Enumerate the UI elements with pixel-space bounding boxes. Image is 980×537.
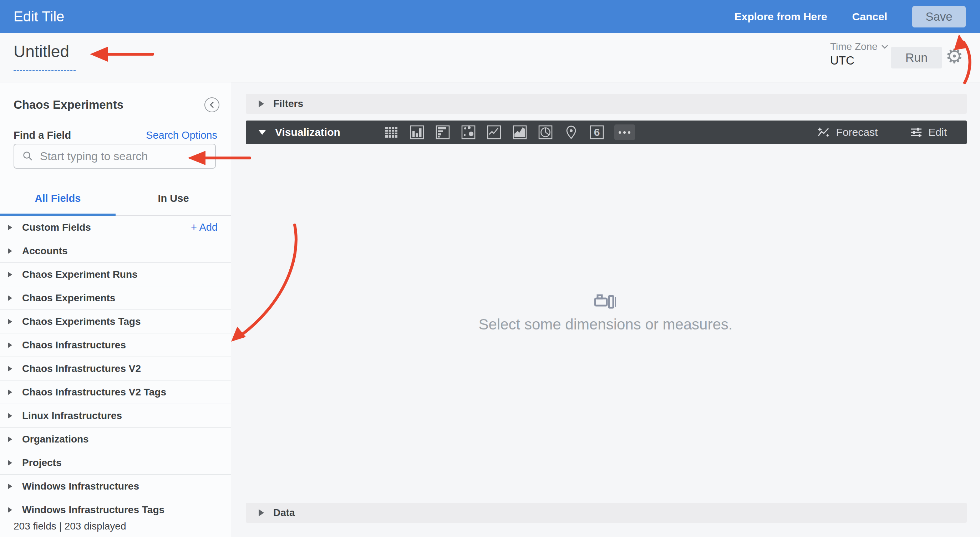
- list-item[interactable]: Chaos Infrastructures V2 Tags: [0, 380, 231, 404]
- list-item[interactable]: Chaos Infrastructures V2: [0, 357, 231, 380]
- line-chart-icon[interactable]: [486, 124, 502, 140]
- single-value-icon[interactable]: 6: [589, 124, 605, 140]
- save-button[interactable]: Save: [912, 6, 966, 27]
- field-tabs: All Fields In Use: [0, 181, 231, 216]
- list-item[interactable]: Organizations: [0, 427, 231, 451]
- expand-caret-icon: [8, 483, 12, 489]
- filters-section-toggle[interactable]: Filters: [246, 94, 967, 114]
- list-item[interactable]: Projects: [0, 451, 231, 475]
- collapse-caret-icon: [259, 130, 266, 135]
- forecast-sparkle-icon: [817, 127, 830, 138]
- map-icon[interactable]: [563, 124, 579, 140]
- list-item-custom-fields[interactable]: Custom Fields + Add: [0, 216, 231, 239]
- column-chart-icon[interactable]: [409, 124, 425, 140]
- viz-bar-actions: Forecast Edit: [817, 126, 947, 138]
- expand-caret-icon: [8, 437, 12, 442]
- bar-chart-icon[interactable]: [434, 124, 451, 140]
- expand-caret-icon: [8, 460, 12, 466]
- field-group-list: Custom Fields + Add Accounts Chaos Exper…: [0, 216, 231, 515]
- empty-state-message: Select some dimensions or measures.: [479, 316, 733, 333]
- expand-caret-icon: [8, 389, 12, 395]
- tile-header: Untitled Time Zone UTC Run ⚙: [0, 33, 980, 83]
- chevron-left-icon: [208, 100, 215, 109]
- list-item[interactable]: Chaos Infrastructures: [0, 334, 231, 357]
- time-zone-value: UTC: [830, 54, 888, 67]
- list-item[interactable]: Linux Infrastructures: [0, 404, 231, 427]
- pie-chart-icon[interactable]: [537, 124, 554, 140]
- search-icon: [22, 151, 33, 162]
- scatter-icon[interactable]: [460, 124, 477, 140]
- expand-caret-icon: [259, 509, 264, 516]
- viz-empty-state: Select some dimensions or measures.: [231, 292, 980, 333]
- expand-caret-icon: [8, 225, 12, 230]
- add-custom-field-button[interactable]: + Add: [191, 221, 218, 233]
- top-bar-actions: Explore from Here Cancel Save: [735, 6, 966, 27]
- time-zone-label: Time Zone: [830, 41, 878, 52]
- time-zone-selector[interactable]: Time Zone UTC: [830, 41, 888, 67]
- list-item[interactable]: Accounts: [0, 239, 231, 263]
- list-item[interactable]: Chaos Experiments Tags: [0, 310, 231, 334]
- list-item[interactable]: Windows Infrastructures Tags: [0, 498, 231, 515]
- gear-icon[interactable]: ⚙: [945, 44, 963, 69]
- visualization-bar: Visualization: [246, 121, 967, 144]
- visualization-section-toggle[interactable]: Visualization: [275, 126, 340, 138]
- expand-caret-icon: [8, 342, 12, 348]
- page-title: Edit Tile: [14, 9, 64, 25]
- viz-type-picker: 6: [383, 124, 635, 140]
- top-bar: Edit Tile Explore from Here Cancel Save: [0, 0, 980, 33]
- field-search-box[interactable]: [14, 144, 216, 168]
- run-button[interactable]: Run: [891, 47, 942, 68]
- tab-in-use[interactable]: In Use: [116, 181, 231, 215]
- edit-viz-button[interactable]: Edit: [910, 126, 947, 138]
- chevron-down-icon: [881, 44, 888, 49]
- list-item[interactable]: Windows Infrastructures: [0, 475, 231, 498]
- list-item[interactable]: Chaos Experiments: [0, 286, 231, 310]
- list-item[interactable]: Chaos Experiment Runs: [0, 263, 231, 286]
- tab-all-fields[interactable]: All Fields: [0, 181, 116, 215]
- expand-caret-icon: [8, 295, 12, 301]
- table-icon[interactable]: [383, 124, 399, 140]
- cancel-button[interactable]: Cancel: [852, 11, 887, 23]
- tile-title-underline: [14, 70, 76, 71]
- expand-caret-icon: [259, 100, 264, 107]
- expand-caret-icon: [8, 319, 12, 324]
- explore-title: Chaos Experiments: [14, 98, 123, 111]
- sliders-icon: [910, 126, 923, 138]
- search-input[interactable]: [40, 150, 209, 163]
- expand-caret-icon: [8, 272, 12, 277]
- expand-caret-icon: [8, 366, 12, 372]
- area-chart-icon[interactable]: [512, 124, 528, 140]
- find-a-field-label: Find a Field: [14, 129, 71, 141]
- collapse-sidebar-button[interactable]: [204, 97, 220, 112]
- find-a-field-row: Find a Field Search Options: [14, 129, 217, 141]
- flashlight-icon: [594, 292, 617, 310]
- field-picker-sidebar: Chaos Experiments Find a Field Search Op…: [0, 83, 231, 537]
- data-section-toggle[interactable]: Data: [246, 503, 967, 523]
- field-count-status: 203 fields | 203 displayed: [0, 515, 231, 537]
- more-viz-types-icon[interactable]: [614, 124, 635, 140]
- svg-text:6: 6: [593, 126, 600, 138]
- expand-caret-icon: [8, 507, 12, 513]
- search-options-link[interactable]: Search Options: [146, 129, 217, 141]
- explore-from-here-button[interactable]: Explore from Here: [735, 11, 827, 23]
- expand-caret-icon: [8, 413, 12, 419]
- tile-title-input[interactable]: Untitled: [14, 42, 69, 61]
- expand-caret-icon: [8, 248, 12, 254]
- forecast-button[interactable]: Forecast: [817, 126, 878, 138]
